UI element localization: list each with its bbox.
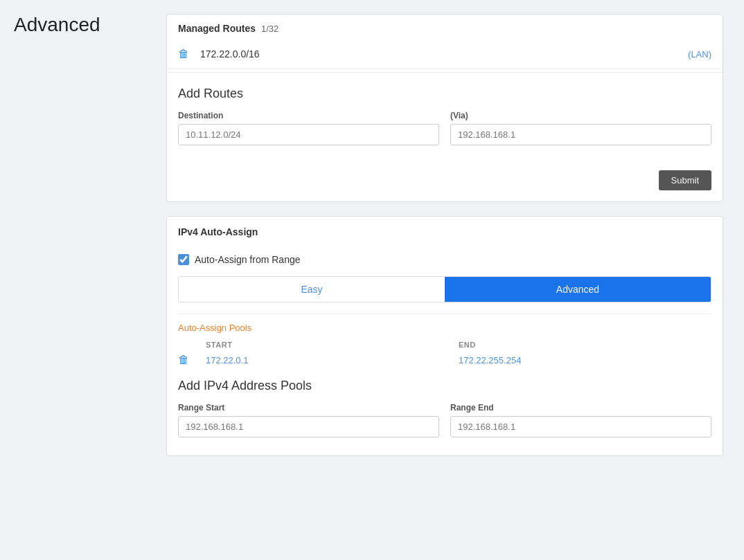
route-ip: 172.22.0.0/16: [200, 48, 688, 60]
pools-start-header: Start: [206, 341, 232, 349]
ipv4-auto-assign-card: IPv4 Auto-Assign Auto-Assign from Range …: [166, 216, 723, 456]
via-input[interactable]: [450, 124, 711, 145]
submit-row: Submit: [167, 165, 723, 201]
add-routes-title: Add Routes: [178, 87, 711, 101]
pool-end-ip: 172.22.255.254: [459, 355, 521, 365]
pools-label: Auto-Assign Pools: [178, 323, 711, 333]
ipv4-card-body: Auto-Assign from Range Easy Advanced Aut…: [167, 244, 723, 455]
delete-pool-icon[interactable]: 🗑: [178, 354, 189, 365]
auto-assign-checkbox[interactable]: [178, 254, 189, 265]
managed-routes-card: Managed Routes 1/32 🗑 172.22.0.0/16 (LAN…: [166, 14, 723, 202]
pools-header-row: Start End: [178, 338, 711, 352]
route-item: 🗑 172.22.0.0/16 (LAN): [167, 39, 723, 69]
ipv4-section-header: IPv4 Auto-Assign: [167, 217, 723, 244]
managed-routes-label: Managed Routes: [178, 23, 256, 34]
auto-assign-label: Auto-Assign from Range: [195, 254, 301, 265]
managed-routes-header: Managed Routes 1/32: [167, 15, 723, 39]
auto-assign-checkbox-row: Auto-Assign from Range: [178, 254, 711, 265]
route-tag: (LAN): [688, 49, 711, 60]
range-start-group: Range Start: [178, 403, 439, 437]
pool-row: 🗑 172.22.0.1 172.22.255.254: [178, 352, 711, 368]
destination-label: Destination: [178, 111, 439, 120]
range-end-input[interactable]: [450, 416, 711, 437]
range-end-group: Range End: [450, 403, 711, 437]
add-routes-section: Add Routes Destination (Via): [167, 75, 723, 165]
pool-start-ip: 172.22.0.1: [206, 355, 248, 365]
range-end-label: Range End: [450, 403, 711, 413]
easy-button[interactable]: Easy: [179, 277, 445, 302]
page-title: Advanced: [14, 14, 145, 36]
submit-button[interactable]: Submit: [659, 170, 711, 190]
range-start-label: Range Start: [178, 403, 439, 413]
pools-end-header: End: [459, 341, 476, 349]
add-pools-section: Add IPv4 Address Pools Range Start Range…: [178, 379, 711, 437]
add-pools-title: Add IPv4 Address Pools: [178, 379, 711, 393]
via-group: (Via): [450, 111, 711, 145]
pools-table: Start End 🗑 172.22.0.1: [178, 338, 711, 368]
managed-routes-count: 1/32: [261, 24, 278, 34]
destination-group: Destination: [178, 111, 439, 145]
destination-input[interactable]: [178, 124, 439, 145]
delete-route-icon[interactable]: 🗑: [178, 48, 189, 60]
toggle-buttons: Easy Advanced: [178, 276, 711, 302]
via-label: (Via): [450, 111, 711, 120]
range-start-input[interactable]: [178, 416, 439, 437]
advanced-button[interactable]: Advanced: [445, 277, 711, 302]
